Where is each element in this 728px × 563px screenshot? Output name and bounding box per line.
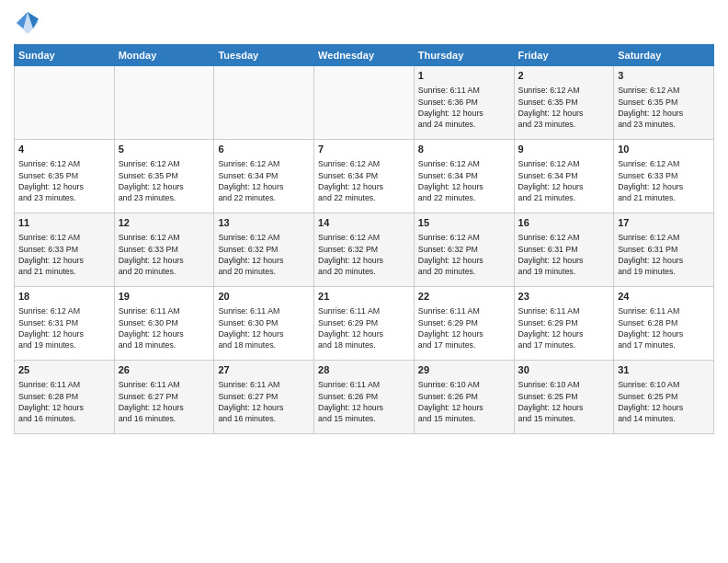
day-of-week-sunday: Sunday [15, 45, 115, 66]
day-info: Sunrise: 6:12 AMSunset: 6:32 PMDaylight:… [418, 232, 510, 277]
calendar-cell: 10Sunrise: 6:12 AMSunset: 6:33 PMDayligh… [614, 140, 714, 213]
day-info: Sunrise: 6:11 AMSunset: 6:27 PMDaylight:… [218, 379, 310, 424]
calendar-table: SundayMondayTuesdayWednesdayThursdayFrid… [14, 44, 714, 434]
calendar-cell: 16Sunrise: 6:12 AMSunset: 6:31 PMDayligh… [514, 213, 614, 287]
header [14, 9, 714, 37]
day-info: Sunrise: 6:12 AMSunset: 6:31 PMDaylight:… [618, 232, 710, 277]
day-info: Sunrise: 6:12 AMSunset: 6:31 PMDaylight:… [518, 232, 610, 277]
day-number: 26 [119, 363, 210, 377]
calendar-cell: 14Sunrise: 6:12 AMSunset: 6:32 PMDayligh… [314, 213, 415, 287]
day-number: 14 [318, 216, 410, 230]
day-number: 29 [418, 363, 510, 377]
day-info: Sunrise: 6:10 AMSunset: 6:25 PMDaylight:… [618, 379, 710, 424]
calendar-cell: 23Sunrise: 6:11 AMSunset: 6:29 PMDayligh… [514, 287, 614, 361]
day-info: Sunrise: 6:12 AMSunset: 6:34 PMDaylight:… [218, 158, 310, 203]
calendar-cell: 4Sunrise: 6:12 AMSunset: 6:35 PMDaylight… [15, 140, 115, 213]
week-row-1: 1Sunrise: 6:11 AMSunset: 6:36 PMDaylight… [15, 66, 714, 140]
week-row-5: 25Sunrise: 6:11 AMSunset: 6:28 PMDayligh… [15, 361, 714, 434]
day-info: Sunrise: 6:12 AMSunset: 6:31 PMDaylight:… [18, 305, 110, 350]
day-number: 19 [119, 290, 210, 304]
calendar-cell: 27Sunrise: 6:11 AMSunset: 6:27 PMDayligh… [214, 361, 314, 434]
calendar-cell: 15Sunrise: 6:12 AMSunset: 6:32 PMDayligh… [414, 213, 514, 287]
day-number: 17 [618, 216, 710, 230]
day-number: 27 [218, 363, 310, 377]
calendar-cell: 9Sunrise: 6:12 AMSunset: 6:34 PMDaylight… [514, 140, 614, 213]
day-number: 20 [218, 290, 310, 304]
day-info: Sunrise: 6:12 AMSunset: 6:32 PMDaylight:… [318, 232, 410, 277]
day-number: 31 [618, 363, 710, 377]
calendar-body: 1Sunrise: 6:11 AMSunset: 6:36 PMDaylight… [15, 66, 714, 434]
day-info: Sunrise: 6:10 AMSunset: 6:25 PMDaylight:… [518, 379, 610, 424]
calendar-cell: 6Sunrise: 6:12 AMSunset: 6:34 PMDaylight… [214, 140, 314, 213]
page: SundayMondayTuesdayWednesdayThursdayFrid… [0, 0, 728, 563]
calendar-cell: 12Sunrise: 6:12 AMSunset: 6:33 PMDayligh… [114, 213, 214, 287]
day-number: 23 [518, 290, 610, 304]
calendar-cell: 19Sunrise: 6:11 AMSunset: 6:30 PMDayligh… [114, 287, 214, 361]
day-number: 16 [518, 216, 610, 230]
day-info: Sunrise: 6:11 AMSunset: 6:28 PMDaylight:… [618, 305, 710, 350]
day-info: Sunrise: 6:11 AMSunset: 6:26 PMDaylight:… [318, 379, 410, 424]
calendar-cell: 18Sunrise: 6:12 AMSunset: 6:31 PMDayligh… [15, 287, 115, 361]
day-number: 22 [418, 290, 510, 304]
calendar-cell: 2Sunrise: 6:12 AMSunset: 6:35 PMDaylight… [514, 66, 614, 140]
day-info: Sunrise: 6:12 AMSunset: 6:34 PMDaylight:… [518, 158, 610, 203]
calendar-cell: 30Sunrise: 6:10 AMSunset: 6:25 PMDayligh… [514, 361, 614, 434]
calendar-cell: 8Sunrise: 6:12 AMSunset: 6:34 PMDaylight… [414, 140, 514, 213]
calendar-cell: 29Sunrise: 6:10 AMSunset: 6:26 PMDayligh… [414, 361, 514, 434]
day-of-week-thursday: Thursday [414, 45, 514, 66]
calendar-header: SundayMondayTuesdayWednesdayThursdayFrid… [15, 45, 714, 66]
day-info: Sunrise: 6:12 AMSunset: 6:35 PMDaylight:… [119, 158, 210, 203]
day-info: Sunrise: 6:12 AMSunset: 6:35 PMDaylight:… [18, 158, 110, 203]
day-number: 9 [518, 143, 610, 156]
day-number: 3 [618, 69, 710, 83]
day-info: Sunrise: 6:11 AMSunset: 6:29 PMDaylight:… [518, 305, 610, 350]
day-number: 28 [318, 363, 410, 377]
day-number: 10 [618, 143, 710, 156]
day-info: Sunrise: 6:11 AMSunset: 6:36 PMDaylight:… [418, 85, 510, 130]
calendar-cell: 24Sunrise: 6:11 AMSunset: 6:28 PMDayligh… [614, 287, 714, 361]
calendar-cell: 11Sunrise: 6:12 AMSunset: 6:33 PMDayligh… [15, 213, 115, 287]
day-number: 5 [119, 143, 210, 156]
day-of-week-saturday: Saturday [614, 45, 714, 66]
day-info: Sunrise: 6:11 AMSunset: 6:29 PMDaylight:… [318, 305, 410, 350]
calendar-cell [214, 66, 314, 140]
day-info: Sunrise: 6:12 AMSunset: 6:34 PMDaylight:… [418, 158, 510, 203]
week-row-4: 18Sunrise: 6:12 AMSunset: 6:31 PMDayligh… [15, 287, 714, 361]
day-info: Sunrise: 6:11 AMSunset: 6:30 PMDaylight:… [218, 305, 310, 350]
calendar-cell [114, 66, 214, 140]
days-of-week-row: SundayMondayTuesdayWednesdayThursdayFrid… [15, 45, 714, 66]
calendar-cell: 20Sunrise: 6:11 AMSunset: 6:30 PMDayligh… [214, 287, 314, 361]
day-number: 25 [18, 363, 110, 377]
logo [14, 9, 45, 37]
day-number: 6 [218, 143, 310, 156]
logo-icon [14, 9, 41, 37]
calendar-cell: 17Sunrise: 6:12 AMSunset: 6:31 PMDayligh… [614, 213, 714, 287]
calendar-cell [314, 66, 415, 140]
day-info: Sunrise: 6:11 AMSunset: 6:27 PMDaylight:… [119, 379, 210, 424]
day-info: Sunrise: 6:12 AMSunset: 6:32 PMDaylight:… [218, 232, 310, 277]
day-number: 21 [318, 290, 410, 304]
week-row-3: 11Sunrise: 6:12 AMSunset: 6:33 PMDayligh… [15, 213, 714, 287]
day-number: 12 [119, 216, 210, 230]
day-number: 30 [518, 363, 610, 377]
day-of-week-monday: Monday [114, 45, 214, 66]
day-info: Sunrise: 6:12 AMSunset: 6:35 PMDaylight:… [618, 85, 710, 130]
day-number: 13 [218, 216, 310, 230]
day-info: Sunrise: 6:10 AMSunset: 6:26 PMDaylight:… [418, 379, 510, 424]
day-info: Sunrise: 6:11 AMSunset: 6:28 PMDaylight:… [18, 379, 110, 424]
day-of-week-tuesday: Tuesday [214, 45, 314, 66]
day-info: Sunrise: 6:11 AMSunset: 6:30 PMDaylight:… [119, 305, 210, 350]
day-info: Sunrise: 6:12 AMSunset: 6:35 PMDaylight:… [518, 85, 610, 130]
week-row-2: 4Sunrise: 6:12 AMSunset: 6:35 PMDaylight… [15, 140, 714, 213]
day-info: Sunrise: 6:12 AMSunset: 6:33 PMDaylight:… [119, 232, 210, 277]
day-number: 8 [418, 143, 510, 156]
day-info: Sunrise: 6:12 AMSunset: 6:33 PMDaylight:… [618, 158, 710, 203]
calendar-cell [15, 66, 115, 140]
day-number: 4 [18, 143, 110, 156]
calendar-cell: 31Sunrise: 6:10 AMSunset: 6:25 PMDayligh… [614, 361, 714, 434]
day-info: Sunrise: 6:12 AMSunset: 6:34 PMDaylight:… [318, 158, 410, 203]
day-info: Sunrise: 6:12 AMSunset: 6:33 PMDaylight:… [18, 232, 110, 277]
calendar-cell: 25Sunrise: 6:11 AMSunset: 6:28 PMDayligh… [15, 361, 115, 434]
day-of-week-friday: Friday [514, 45, 614, 66]
calendar-cell: 28Sunrise: 6:11 AMSunset: 6:26 PMDayligh… [314, 361, 415, 434]
